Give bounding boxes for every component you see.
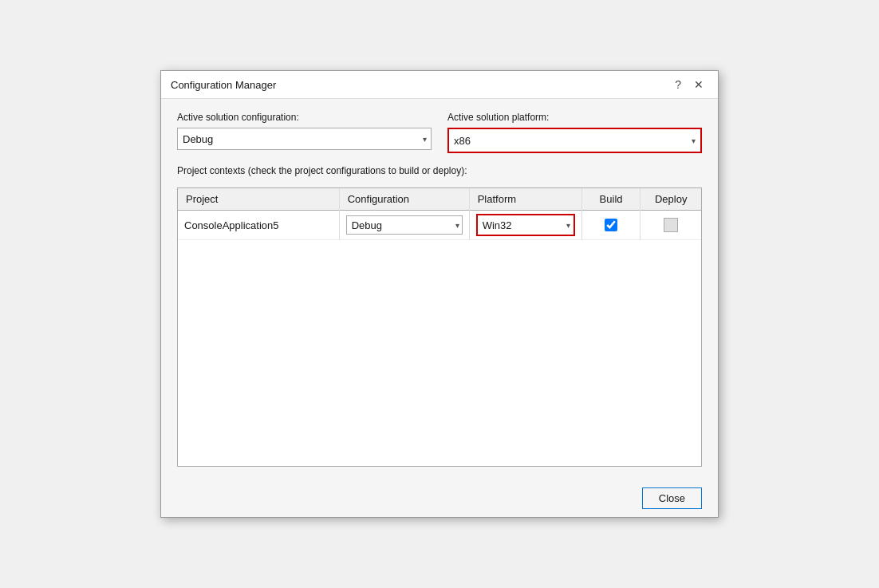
header-platform: Platform [469, 188, 581, 211]
build-cell [581, 211, 641, 240]
title-bar-left: Configuration Manager [171, 79, 276, 91]
header-configuration: Configuration [339, 188, 469, 211]
active-config-group: Active solution configuration: Debug Rel… [177, 112, 432, 150]
project-contexts-table-container: Project Configuration Platform Build Dep… [177, 187, 702, 467]
dialog-title: Configuration Manager [171, 79, 276, 91]
row-config-select-wrapper: Debug Release ▾ [346, 215, 463, 235]
build-checkbox-wrapper [589, 219, 634, 231]
build-checkbox[interactable] [605, 219, 617, 231]
active-config-select-wrapper: Debug Release ▾ [177, 128, 432, 150]
row-platform-select-wrapper: Win32 x64 Any CPU ▾ [476, 214, 575, 236]
active-platform-group: Active solution platform: x86 x64 Any CP… [447, 112, 702, 153]
close-button[interactable]: Close [642, 487, 702, 509]
configuration-manager-dialog: Configuration Manager ? ✕ Active solutio… [160, 70, 719, 518]
platform-cell: Win32 x64 Any CPU ▾ [469, 211, 581, 240]
active-config-label: Active solution configuration: [177, 112, 432, 123]
close-title-button[interactable]: ✕ [689, 77, 708, 92]
deploy-cell [641, 211, 701, 240]
project-name-cell: ConsoleApplication5 [178, 211, 339, 240]
title-bar-buttons: ? ✕ [670, 77, 708, 92]
header-project: Project [178, 188, 339, 211]
header-deploy: Deploy [641, 188, 701, 211]
table-header-row: Project Configuration Platform Build Dep… [178, 188, 701, 211]
title-bar: Configuration Manager ? ✕ [161, 71, 718, 99]
config-cell: Debug Release ▾ [339, 211, 469, 240]
project-contexts-table: Project Configuration Platform Build Dep… [178, 188, 701, 240]
active-platform-select-wrapper: x86 x64 Any CPU ▾ [447, 128, 702, 153]
active-platform-select[interactable]: x86 x64 Any CPU [449, 129, 700, 152]
active-platform-label: Active solution platform: [447, 112, 702, 123]
dialog-footer: Close [161, 479, 718, 517]
config-platform-row: Active solution configuration: Debug Rel… [177, 112, 702, 153]
table-row: ConsoleApplication5 Debug Release ▾ [178, 211, 701, 240]
row-platform-select[interactable]: Win32 x64 Any CPU [478, 215, 574, 235]
help-button[interactable]: ? [670, 77, 686, 92]
deploy-checkbox-disabled [664, 218, 678, 232]
dialog-content: Active solution configuration: Debug Rel… [161, 99, 718, 479]
active-config-select[interactable]: Debug Release [177, 128, 432, 150]
section-label: Project contexts (check the project conf… [177, 164, 702, 176]
deploy-checkbox-wrapper [647, 218, 695, 232]
row-config-select[interactable]: Debug Release [346, 215, 463, 235]
header-build: Build [581, 188, 641, 211]
